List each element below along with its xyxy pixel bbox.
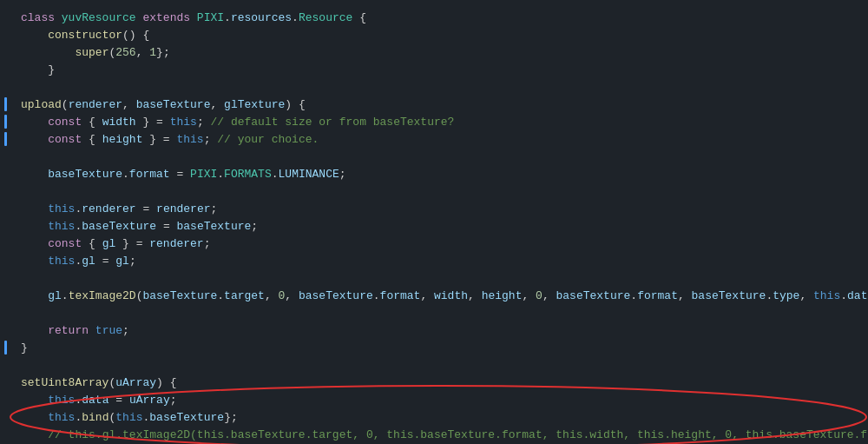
line-content: class yuvResource extends PIXI.resources…: [17, 11, 868, 24]
line-gutter: [0, 132, 10, 146]
code-line: [0, 304, 868, 321]
line-content: }: [17, 63, 868, 76]
line-content: // this.gl.texImage2D(this.baseTexture.t…: [17, 428, 868, 441]
code-line: super(256, 1};: [0, 43, 868, 61]
code-line: const { height } = this; // your choice.: [0, 130, 868, 148]
line-content: constructor() {: [17, 29, 868, 42]
code-line: this.data = uArray;: [0, 391, 868, 408]
line-content: setUint8Array(uArray) {: [17, 376, 868, 389]
line-content: this.bind(this.baseTexture};: [17, 411, 868, 424]
code-line: class yuvResource extends PIXI.resources…: [0, 9, 868, 26]
code-line: upload(renderer, baseTexture, glTexture)…: [0, 96, 868, 113]
code-line: [0, 182, 868, 200]
line-content: upload(renderer, baseTexture, glTexture)…: [17, 98, 868, 111]
line-gutter: [0, 341, 10, 355]
code-line: setUint8Array(uArray) {: [0, 374, 868, 391]
code-line: this.renderer = renderer;: [0, 200, 868, 217]
line-content: const { height } = this; // your choice.: [17, 133, 868, 146]
line-content: gl.texImage2D(baseTexture.target, 0, bas…: [17, 289, 868, 302]
code-line: baseTexture.format = PIXI.FORMATS.LUMINA…: [0, 165, 868, 182]
line-content: return true;: [17, 324, 868, 337]
line-content: this.gl = gl;: [17, 255, 868, 268]
code-line: this.gl = gl;: [0, 252, 868, 269]
code-line: [0, 78, 868, 96]
line-content: this.renderer = renderer;: [17, 202, 868, 215]
line-content: super(256, 1};: [17, 46, 868, 59]
code-line: this.bind(this.baseTexture};: [0, 408, 868, 426]
code-editor: class yuvResource extends PIXI.resources…: [0, 0, 868, 444]
line-gutter: [0, 97, 10, 111]
code-line: const { width } = this; // default size …: [0, 113, 868, 130]
code-line: // this.gl.texImage2D(this.baseTexture.t…: [0, 426, 868, 443]
code-line: [0, 269, 868, 287]
line-content: baseTexture.format = PIXI.FORMATS.LUMINA…: [17, 168, 868, 181]
code-line: gl.texImage2D(baseTexture.target, 0, bas…: [0, 287, 868, 304]
code-line: return true;: [0, 321, 868, 339]
code-line: [0, 356, 868, 374]
line-content: this.data = uArray;: [17, 394, 868, 407]
code-line: const { gl } = renderer;: [0, 235, 868, 252]
line-content: this.baseTexture = baseTexture;: [17, 220, 868, 233]
code-line: constructor() {: [0, 26, 868, 43]
code-line: }: [0, 339, 868, 356]
line-content: const { width } = this; // default size …: [17, 116, 868, 129]
line-gutter: [0, 115, 10, 129]
code-line: [0, 148, 868, 165]
line-content: const { gl } = renderer;: [17, 237, 868, 250]
code-line: }: [0, 61, 868, 78]
code-line: this.baseTexture = baseTexture;: [0, 217, 868, 235]
line-content: }: [17, 341, 868, 355]
